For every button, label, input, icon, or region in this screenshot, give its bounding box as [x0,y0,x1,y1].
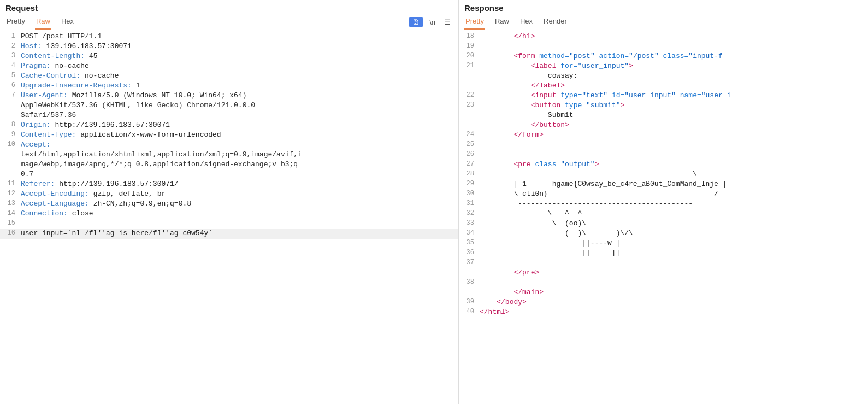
line-number: 27 [464,160,474,170]
response-line: 28 _____________________________________… [459,170,868,180]
request-icon-doc[interactable]: 🖹 [409,17,423,27]
response-tabs-row: Pretty Raw Hex Render [459,14,868,30]
line-number [464,81,474,91]
line-content: Pragma: no-cache [21,62,453,72]
request-tabs-row: Pretty Raw Hex 🖹 \n ☰ [0,14,458,30]
line-content: </pre> [480,268,863,278]
line-content: </main> [480,288,863,298]
request-line: 16user_input=`nl /fl''ag_is_here/fl''ag_… [0,229,458,239]
line-number: 24 [464,131,474,140]
response-line: 25 [459,140,868,150]
line-number: 15 [5,219,15,229]
response-line: 32 \ ^__^ [459,209,868,219]
request-tab-raw[interactable]: Raw [35,15,51,30]
line-number: 4 [5,62,15,72]
response-line: </main> [459,288,868,298]
response-line: 20 <form method="post" action="/post" cl… [459,52,868,62]
request-line: 6Upgrade-Insecure-Requests: 1 [0,81,458,91]
response-line: 19 [459,42,868,52]
line-content: Referer: http://139.196.183.57:30071/ [21,180,453,190]
line-content: 0.7 [21,170,453,180]
line-content: Accept-Encoding: gzip, deflate, br [21,190,453,200]
request-line: 0.7 [0,170,458,180]
request-line: 7User-Agent: Mozilla/5.0 (Windows NT 10.… [0,91,458,101]
line-number: 16 [5,229,15,239]
line-number [5,160,15,170]
response-line: </label> [459,81,868,91]
line-number: 19 [464,42,474,52]
line-content: \ cti0n} / [480,190,863,200]
line-number: 35 [464,239,474,249]
line-number: 36 [464,249,474,259]
response-line: 37 [459,259,868,268]
line-number: 13 [5,200,15,209]
line-content: POST /post HTTP/1.1 [21,32,453,42]
line-content: <label for="user_input"> [480,62,863,72]
response-tab-hex[interactable]: Hex [519,15,534,30]
response-line: 31 -------------------------------------… [459,200,868,209]
line-content: Submit [480,111,863,121]
line-number [464,121,474,131]
line-number: 3 [5,52,15,62]
request-line: text/html,application/xhtml+xml,applicat… [0,150,458,160]
line-content: \ (oo)\_______ [480,219,863,229]
request-tab-pretty[interactable]: Pretty [5,15,26,30]
request-line: 3Content-Length: 45 [0,52,458,62]
line-content: ||----w | [480,239,863,249]
request-tab-hex[interactable]: Hex [60,15,75,30]
response-line: 23 <button type="submit"> [459,101,868,111]
line-content [480,259,863,268]
response-title: Response [459,0,868,14]
request-icon-newline[interactable]: \n [427,17,438,27]
line-number: 21 [464,62,474,72]
line-content: Host: 139.196.183.57:30071 [21,42,453,52]
line-content: </h1> [480,32,863,42]
response-line: 26 [459,150,868,160]
line-number: 14 [5,209,15,219]
request-code-block: 1POST /post HTTP/1.12Host: 139.196.183.5… [0,32,458,239]
line-number [464,288,474,298]
line-content: </html> [480,308,863,318]
response-tab-raw[interactable]: Raw [494,15,510,30]
response-line: 30 \ cti0n} / [459,190,868,200]
request-line: 10Accept: [0,140,458,150]
response-line: </button> [459,121,868,131]
line-number: 23 [464,101,474,111]
response-line: 33 \ (oo)\_______ [459,219,868,229]
line-number: 2 [5,42,15,52]
line-content: Cache-Control: no-cache [21,72,453,81]
line-content [21,219,453,229]
response-line: 18 </h1> [459,32,868,42]
response-line: 34 (__)\ )\/\ [459,229,868,239]
line-number: 29 [464,180,474,190]
line-content: Content-Type: application/x-www-form-url… [21,131,453,140]
line-number [5,170,15,180]
line-content: Origin: http://139.196.183.57:30071 [21,121,453,131]
line-number: 7 [5,91,15,101]
request-title: Request [0,0,458,14]
line-content: ________________________________________… [480,170,863,180]
response-tab-pretty[interactable]: Pretty [464,15,485,30]
line-number: 20 [464,52,474,62]
request-line: mage/webp,image/apng,*/*;q=0.8,applicati… [0,160,458,170]
line-number: 25 [464,140,474,150]
line-content: AppleWebKit/537.36 (KHTML, like Gecko) C… [21,101,453,111]
line-content: cowsay: [480,72,863,81]
response-tab-render[interactable]: Render [542,15,568,30]
line-content: <input type="text" id="user_input" name=… [480,91,863,101]
line-content: Safari/537.36 [21,111,453,121]
request-icon-menu[interactable]: ☰ [442,17,453,27]
line-number: 37 [464,259,474,268]
line-content: </button> [480,121,863,131]
line-number: 33 [464,219,474,229]
request-tab-icons: 🖹 \n ☰ [409,17,453,27]
line-number: 28 [464,170,474,180]
line-content: <button type="submit"> [480,101,863,111]
line-number [464,111,474,121]
request-line: 13Accept-Language: zh-CN,zh;q=0.9,en;q=0… [0,200,458,209]
response-line: Submit [459,111,868,121]
line-content: User-Agent: Mozilla/5.0 (Windows NT 10.0… [21,91,453,101]
response-line: 21 <label for="user_input"> [459,62,868,72]
request-line: AppleWebKit/537.36 (KHTML, like Gecko) C… [0,101,458,111]
line-content: </body> [480,298,863,308]
